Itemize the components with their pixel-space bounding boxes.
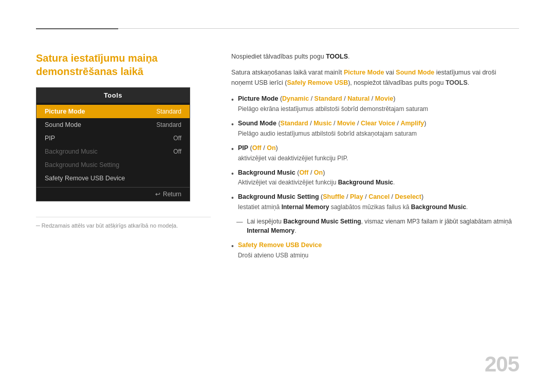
- safety-remove-main: Safety Remove USB Device: [238, 240, 322, 250]
- note-internal-memory-bold: Internal Memory: [247, 227, 295, 234]
- tools-item-pip-value: Off: [173, 135, 181, 142]
- left-column: Satura iestatījumu maiņa demonstrēšanas …: [36, 51, 211, 265]
- picture-mode-main: Picture Mode (Dynamic / Standard / Natur…: [238, 94, 428, 104]
- sm-clearvoice: Clear Voice: [361, 120, 395, 127]
- bullet-content-background-music: Background Music (Off / On) Aktivizējiet…: [238, 168, 395, 188]
- footnote: ─ Redzamais attēls var būt atšķirīgs atk…: [36, 217, 211, 229]
- list-item-sound-mode: • Sound Mode (Standard / Music / Movie /…: [231, 119, 519, 138]
- tools-item-picture-mode[interactable]: Picture Mode Standard: [36, 105, 190, 118]
- bms-background-music: Background Music: [411, 203, 466, 211]
- tools-item-background-music-value: Off: [173, 148, 181, 155]
- safety-remove-label: Safety Remove USB Device: [238, 241, 322, 249]
- tools-item-picture-mode-value: Standard: [156, 108, 181, 115]
- safety-remove-sub: Droši atvieno USB atmiņu: [238, 251, 322, 260]
- bullet-dot-3: •: [231, 144, 234, 155]
- bullet-content-picture-mode: Picture Mode (Dynamic / Standard / Natur…: [238, 94, 428, 114]
- pip-sub: aktivizējiet vai deaktivizējiet funkciju…: [238, 154, 348, 163]
- sm-standard: Standard: [281, 120, 308, 127]
- sound-mode-main: Sound Mode (Standard / Music / Movie / C…: [238, 119, 427, 128]
- tools-item-background-music-label: Background Music: [45, 148, 98, 155]
- tools-menu: Tools Picture Mode Standard Sound Mode S…: [36, 87, 190, 201]
- list-item-picture-mode: • Picture Mode (Dynamic / Standard / Nat…: [231, 94, 519, 114]
- tools-item-safety-remove[interactable]: Safety Remove USB Device: [36, 172, 190, 185]
- tools-item-sound-mode-value: Standard: [156, 121, 181, 128]
- bullet-content-pip: PIP (Off / On) aktivizējiet vai deaktivi…: [238, 143, 348, 163]
- footnote-text: Redzamais attēls var būt atšķirīgs atkar…: [42, 222, 178, 229]
- sound-mode-sub: Pielägo audio iestatījumus atbilstoši šo…: [238, 129, 427, 138]
- background-music-setting-label: Background Music Setting: [238, 193, 319, 200]
- page-container: Satura iestatījumu maiņa demonstrēšanas …: [0, 0, 555, 392]
- bullet-dot-4: •: [231, 169, 234, 179]
- list-item-safety-remove: • Safety Remove USB Device Droši atvieno…: [231, 240, 519, 260]
- pip-label: PIP: [238, 144, 248, 152]
- pm-standard: Standard: [314, 95, 342, 102]
- tools-item-sound-mode[interactable]: Sound Mode Standard: [36, 118, 190, 132]
- note-text: Lai iespējotu Background Music Setting, …: [247, 217, 520, 235]
- footnote-dash: ─: [36, 222, 42, 229]
- intro-sound-mode: Sound Mode: [396, 69, 434, 76]
- pip-off: Off: [252, 144, 262, 152]
- pm-natural: Natural: [347, 95, 369, 102]
- top-accent-line: [36, 28, 118, 29]
- tools-item-safety-remove-label: Safety Remove USB Device: [45, 175, 125, 182]
- sm-amplify: Amplify: [400, 120, 424, 127]
- sound-mode-label: Sound Mode: [238, 120, 276, 127]
- bullet-dot-2: •: [231, 119, 234, 130]
- picture-mode-sub: Pielägo ekrāna iestatījumus atbilstoši š…: [238, 104, 428, 114]
- tools-item-pip[interactable]: PIP Off: [36, 132, 190, 145]
- intro-safely-remove: Safely Remove USB: [287, 79, 348, 86]
- bullet-content-safety-remove: Safety Remove USB Device Droši atvieno U…: [238, 240, 322, 260]
- sm-music: Music: [313, 120, 331, 127]
- press-tools-bold: TOOLS: [326, 53, 348, 60]
- content-area: Satura iestatījumu maiņa demonstrēšanas …: [36, 51, 519, 265]
- press-tools-text: Nospiediet tālvadības pults pogu TOOLS.: [231, 51, 519, 62]
- page-title: Satura iestatījumu maiņa demonstrēšanas …: [36, 51, 211, 78]
- bullet-dot-6: •: [231, 241, 234, 252]
- bullet-dot-5: •: [231, 193, 234, 203]
- note-bms-bold: Background Music Setting: [283, 218, 361, 225]
- picture-mode-label: Picture Mode: [238, 95, 279, 102]
- intro-picture-mode: Picture Mode: [344, 69, 384, 76]
- intro-paragraph: Satura atskaņošanas laikā varat mainīt P…: [231, 67, 519, 88]
- tools-item-sound-mode-label: Sound Mode: [45, 121, 81, 128]
- return-arrow-icon: ↩: [155, 191, 160, 198]
- bms-play: Play: [350, 193, 363, 200]
- bullet-content-background-music-setting: Background Music Setting (Shuffle / Play…: [238, 192, 468, 212]
- intro-tools-bold: TOOLS: [446, 79, 468, 86]
- page-number: 205: [485, 352, 519, 377]
- tools-item-pip-label: PIP: [45, 135, 55, 142]
- tools-menu-items: Picture Mode Standard Sound Mode Standar…: [36, 103, 190, 187]
- bms-deselect: Deselect: [395, 193, 421, 200]
- list-item-background-music-setting: • Background Music Setting (Shuffle / Pl…: [231, 192, 519, 212]
- tools-item-background-music-setting: Background Music Setting: [36, 158, 190, 172]
- right-column: Nospiediet tālvadības pults pogu TOOLS. …: [231, 51, 519, 265]
- tools-return[interactable]: ↩ Return: [36, 187, 190, 201]
- background-music-setting-sub: Iestatiet atmiņā Internal Memory saglabā…: [238, 202, 468, 212]
- bullet-content-sound-mode: Sound Mode (Standard / Music / Movie / C…: [238, 119, 427, 138]
- pip-main: PIP (Off / On): [238, 143, 348, 153]
- background-music-sub: Aktivizējiet vai deaktivizējiet funkciju…: [238, 178, 395, 187]
- pip-on: On: [267, 144, 275, 152]
- bm-sub-bold: Background Music: [338, 179, 393, 186]
- bullet-list-safety: • Safety Remove USB Device Droši atvieno…: [231, 240, 519, 260]
- tools-menu-header: Tools: [36, 88, 190, 103]
- sm-movie: Movie: [337, 120, 355, 127]
- background-music-label: Background Music: [238, 169, 295, 176]
- tools-item-picture-mode-label: Picture Mode: [45, 108, 85, 115]
- background-music-setting-main: Background Music Setting (Shuffle / Play…: [238, 192, 468, 202]
- press-tools-prefix: Nospiediet tālvadības pults pogu: [231, 53, 326, 60]
- bm-off: Off: [299, 169, 308, 176]
- list-item-background-music: • Background Music (Off / On) Aktivizēji…: [231, 168, 519, 188]
- pm-dynamic: Dynamic: [282, 95, 309, 102]
- bullet-dot-1: •: [231, 95, 234, 105]
- pm-movie: Movie: [375, 95, 393, 102]
- tools-item-background-music: Background Music Off: [36, 145, 190, 158]
- bms-internal-memory: Internal Memory: [282, 203, 329, 211]
- tools-item-background-music-setting-label: Background Music Setting: [45, 161, 119, 169]
- note-dash: —: [236, 217, 243, 228]
- list-item-pip: • PIP (Off / On) aktivizējiet vai deakti…: [231, 143, 519, 163]
- bms-shuffle: Shuffle: [323, 193, 344, 200]
- bullet-list: • Picture Mode (Dynamic / Standard / Nat…: [231, 94, 519, 212]
- bm-on: On: [314, 169, 323, 176]
- background-music-main: Background Music (Off / On): [238, 168, 395, 178]
